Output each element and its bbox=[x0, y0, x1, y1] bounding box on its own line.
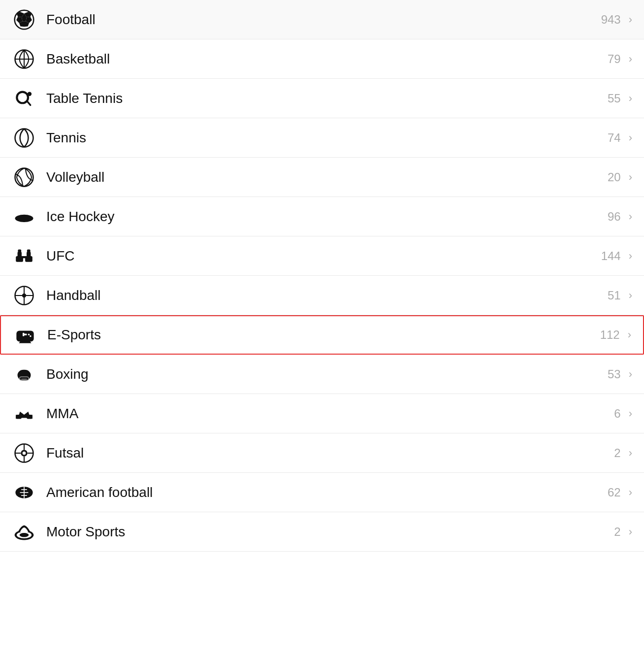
ufc-icon bbox=[12, 244, 36, 268]
sport-item-table-tennis[interactable]: Table Tennis 55 › bbox=[0, 79, 644, 118]
chevron-right-icon: › bbox=[629, 289, 632, 302]
svg-rect-21 bbox=[18, 249, 21, 253]
sport-count: 2 bbox=[614, 525, 620, 539]
basketball-icon bbox=[12, 47, 36, 71]
sport-item-mma[interactable]: MMA 6 › bbox=[0, 394, 644, 433]
sport-item-ice-hockey[interactable]: Ice Hockey 96 › bbox=[0, 197, 644, 236]
sport-name: Basketball bbox=[46, 51, 608, 67]
chevron-right-icon: › bbox=[629, 171, 632, 184]
svg-point-11 bbox=[18, 93, 27, 101]
svg-point-43 bbox=[23, 451, 26, 455]
futsal-icon bbox=[12, 441, 36, 465]
sport-name: Tennis bbox=[46, 130, 608, 146]
sport-item-motor-sports[interactable]: Motor Sports 2 › bbox=[0, 512, 644, 552]
sport-count: 2 bbox=[614, 446, 620, 460]
sport-name: E-Sports bbox=[47, 327, 600, 343]
sport-count: 144 bbox=[601, 249, 621, 263]
svg-rect-30 bbox=[23, 333, 24, 336]
ice-hockey-icon bbox=[12, 204, 36, 229]
table-tennis-icon bbox=[12, 86, 36, 111]
sport-count: 53 bbox=[608, 367, 621, 381]
e-sports-icon bbox=[13, 323, 37, 347]
sport-name: Boxing bbox=[46, 366, 608, 382]
sport-list: Football 943 › Basketball 79 › Tabl bbox=[0, 0, 644, 552]
sport-count: 74 bbox=[608, 131, 621, 145]
sport-item-ufc[interactable]: UFC 144 › bbox=[0, 236, 644, 276]
chevron-right-icon: › bbox=[629, 447, 632, 460]
chevron-right-icon: › bbox=[628, 329, 631, 341]
sport-count: 112 bbox=[600, 328, 620, 342]
chevron-right-icon: › bbox=[629, 526, 632, 538]
sport-item-american-football[interactable]: American football 62 › bbox=[0, 473, 644, 512]
sport-item-tennis[interactable]: Tennis 74 › bbox=[0, 118, 644, 158]
svg-rect-12 bbox=[26, 99, 32, 106]
svg-point-31 bbox=[28, 333, 30, 335]
sport-item-football[interactable]: Football 943 › bbox=[0, 0, 644, 39]
sport-item-basketball[interactable]: Basketball 79 › bbox=[0, 39, 644, 79]
american-football-icon bbox=[12, 480, 36, 505]
svg-point-16 bbox=[15, 214, 33, 222]
motor-sports-icon bbox=[12, 520, 36, 544]
sport-item-handball[interactable]: Handball 51 › bbox=[0, 276, 644, 315]
mma-icon bbox=[12, 401, 36, 426]
svg-point-55 bbox=[20, 533, 29, 537]
sport-count: 943 bbox=[601, 13, 621, 27]
sport-name: Volleyball bbox=[46, 169, 608, 185]
volleyball-icon bbox=[12, 165, 36, 190]
sport-name: Table Tennis bbox=[46, 91, 608, 106]
boxing-icon bbox=[12, 362, 36, 387]
chevron-right-icon: › bbox=[629, 92, 632, 105]
sport-name: Football bbox=[46, 12, 601, 28]
football-icon bbox=[12, 7, 36, 32]
svg-rect-23 bbox=[21, 256, 27, 258]
sport-name: UFC bbox=[46, 248, 601, 264]
sport-name: Futsal bbox=[46, 445, 614, 461]
sport-count: 55 bbox=[608, 92, 621, 105]
sport-name: Ice Hockey bbox=[46, 209, 608, 225]
chevron-right-icon: › bbox=[629, 486, 632, 499]
chevron-right-icon: › bbox=[629, 368, 632, 381]
chevron-right-icon: › bbox=[629, 250, 632, 263]
chevron-right-icon: › bbox=[629, 13, 632, 26]
sport-name: Motor Sports bbox=[46, 524, 614, 540]
sport-count: 20 bbox=[608, 170, 621, 184]
svg-point-13 bbox=[28, 92, 32, 96]
chevron-right-icon: › bbox=[629, 407, 632, 420]
sport-count: 51 bbox=[608, 289, 621, 302]
chevron-right-icon: › bbox=[629, 53, 632, 66]
svg-point-15 bbox=[15, 168, 33, 186]
chevron-right-icon: › bbox=[629, 210, 632, 223]
chevron-right-icon: › bbox=[629, 132, 632, 144]
svg-rect-22 bbox=[27, 249, 31, 253]
sport-name: American football bbox=[46, 485, 608, 500]
sport-count: 79 bbox=[608, 52, 621, 66]
sport-name: Handball bbox=[46, 288, 608, 303]
sport-name: MMA bbox=[46, 406, 614, 422]
sport-count: 62 bbox=[608, 486, 621, 499]
svg-rect-36 bbox=[21, 378, 27, 380]
svg-point-32 bbox=[30, 335, 31, 337]
sport-count: 6 bbox=[614, 407, 620, 421]
sport-item-volleyball[interactable]: Volleyball 20 › bbox=[0, 158, 644, 197]
sport-item-futsal[interactable]: Futsal 2 › bbox=[0, 433, 644, 473]
svg-point-14 bbox=[15, 129, 33, 147]
sport-item-e-sports[interactable]: E-Sports 112 › bbox=[0, 315, 644, 355]
sport-count: 96 bbox=[608, 210, 621, 224]
handball-icon bbox=[12, 283, 36, 308]
tennis-icon bbox=[12, 126, 36, 150]
sport-item-boxing[interactable]: Boxing 53 › bbox=[0, 355, 644, 394]
